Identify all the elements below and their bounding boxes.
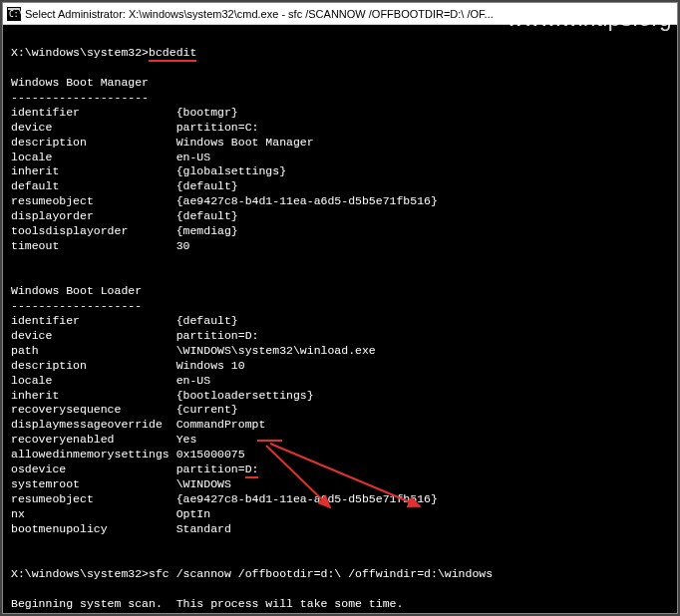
- table-row: device partition=D:: [11, 329, 669, 344]
- table-row: displaymessageoverride CommandPrompt: [11, 418, 669, 433]
- prompt-prefix: X:\windows\system32>: [11, 567, 149, 580]
- table-row: default {default}: [11, 179, 669, 194]
- cmd-bcdedit: bcdedit: [149, 46, 196, 62]
- table-row: recoverysequence {current}: [11, 403, 669, 418]
- table-row: nx OptIn: [11, 507, 669, 522]
- boot-loader-header: Windows Boot Loader: [11, 284, 142, 297]
- table-row: device partition=C:: [11, 121, 669, 136]
- table-row: inherit {globalsettings}: [11, 164, 669, 179]
- svg-text:C:\: C:\: [9, 10, 21, 19]
- table-row: allowedinmemorysettings 0x15000075: [11, 448, 669, 462]
- table-row: path \WINDOWS\system32\winload.exe: [11, 344, 669, 359]
- table-row: timeout 30: [11, 239, 669, 254]
- table-row: osdevice partition=D:: [11, 462, 669, 477]
- cmd-icon: C:\: [7, 7, 21, 21]
- table-row: displayorder {default}: [11, 209, 669, 224]
- table-row: description Windows 10: [11, 359, 669, 374]
- boot-manager-header: Windows Boot Manager: [11, 76, 149, 89]
- boot-loader-dashes: -------------------: [11, 299, 142, 312]
- table-row: locale en-US: [11, 151, 669, 165]
- table-row: resumeobject {ae9427c8-b4d1-11ea-a6d5-d5…: [11, 492, 669, 507]
- table-row: locale en-US: [11, 374, 669, 389]
- prompt-prefix: X:\windows\system32>: [11, 46, 149, 59]
- scan-message: Beginning system scan. This process will…: [11, 597, 403, 610]
- boot-manager-dashes: --------------------: [11, 91, 149, 104]
- titlebar-text: Select Administrator: X:\windows\system3…: [25, 8, 494, 20]
- table-row: toolsdisplayorder {memdiag}: [11, 224, 669, 239]
- table-row: systemroot \WINDOWS: [11, 477, 669, 492]
- table-row: identifier {default}: [11, 314, 669, 329]
- table-row: resumeobject {ae9427c8-b4d1-11ea-a6d5-d5…: [11, 194, 669, 209]
- terminal-area[interactable]: X:\windows\system32>bcdedit Windows Boot…: [3, 25, 677, 613]
- table-row: description Windows Boot Manager: [11, 136, 669, 151]
- boot-manager-entries: identifier {bootmgr}device partition=C:d…: [11, 106, 669, 254]
- table-row: identifier {bootmgr}: [11, 106, 669, 121]
- table-row: bootmenupolicy Standard: [11, 522, 669, 537]
- cmd-sfc: sfc /scannow /offbootdir=d:\ /offwindir=…: [149, 567, 493, 580]
- table-row: inherit {bootloadersettings}: [11, 389, 669, 404]
- titlebar[interactable]: C:\ Select Administrator: X:\windows\sys…: [3, 3, 677, 25]
- cmd-window: C:\ Select Administrator: X:\windows\sys…: [2, 2, 678, 614]
- table-row: recoveryenabled Yes: [11, 433, 669, 448]
- boot-loader-entries: identifier {default}device partition=D:p…: [11, 314, 669, 537]
